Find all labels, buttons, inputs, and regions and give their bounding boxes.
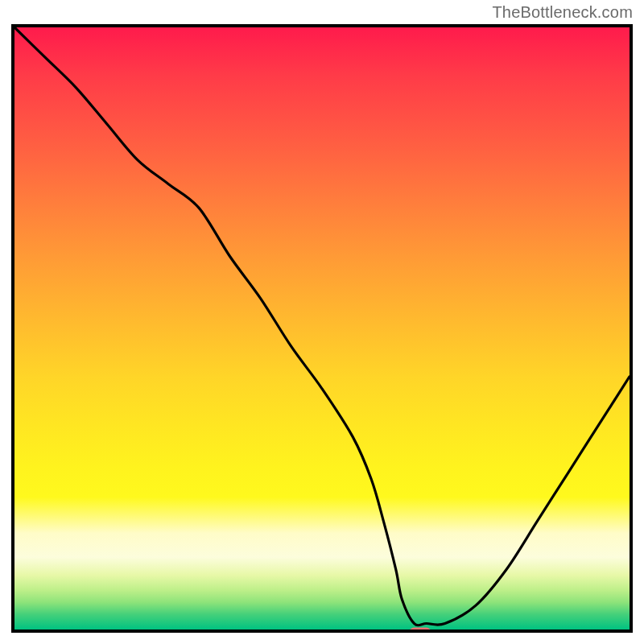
optimal-point-marker — [409, 628, 431, 634]
plot-area — [11, 24, 633, 633]
curve-layer — [14, 27, 630, 630]
bottleneck-chart: TheBottleneck.com — [0, 0, 644, 644]
bottleneck-curve-path — [14, 27, 630, 625]
watermark-text: TheBottleneck.com — [492, 3, 633, 22]
